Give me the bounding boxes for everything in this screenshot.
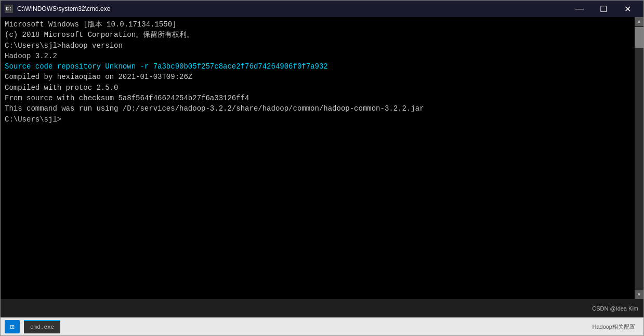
taskbar: ⊞ cmd.exe Hadoop相关配置: [1, 317, 643, 335]
console-area: Microsoft Windows [版本 10.0.17134.1550](c…: [1, 17, 643, 299]
app-icon: C:: [5, 5, 13, 13]
start-button[interactable]: ⊞: [5, 320, 20, 333]
console-line: C:\Users\sjl>hadoop version: [5, 41, 630, 51]
cmd-window: C: C:\WINDOWS\system32\cmd.exe — ☐ ✕ Mic…: [0, 0, 644, 336]
status-bar: CSDN @Idea Kim: [1, 299, 643, 317]
start-label: ⊞: [10, 324, 15, 330]
console-line: Hadoop 3.2.2: [5, 51, 630, 61]
minimize-button[interactable]: —: [568, 1, 592, 17]
window-title: C:\WINDOWS\system32\cmd.exe: [17, 5, 568, 12]
window-controls: — ☐ ✕: [568, 1, 639, 17]
taskbar-cmd-label: cmd.exe: [30, 324, 54, 330]
maximize-button[interactable]: ☐: [592, 1, 615, 17]
watermark-text: CSDN @Idea Kim: [592, 305, 638, 312]
console-line: This command was run using /D:/services/…: [5, 103, 630, 114]
taskbar-time: Hadoop相关配置: [592, 323, 635, 330]
app-icon-label: C:: [6, 6, 12, 12]
console-line: Microsoft Windows [版本 10.0.17134.1550]: [5, 19, 630, 30]
console-line: Compiled with protoc 2.5.0: [5, 83, 630, 93]
scrollbar[interactable]: ▲ ▼: [635, 17, 643, 299]
console-line: From source with checksum 5a8f564f466242…: [5, 93, 630, 103]
console-line: (c) 2018 Microsoft Corporation。保留所有权利。: [5, 30, 630, 40]
console-output[interactable]: Microsoft Windows [版本 10.0.17134.1550](c…: [1, 17, 635, 299]
console-line: C:\Users\sjl>: [5, 114, 630, 125]
scrollbar-down-button[interactable]: ▼: [635, 290, 643, 299]
console-line: Compiled by hexiaoqiao on 2021-01-03T09:…: [5, 72, 630, 82]
close-button[interactable]: ✕: [615, 1, 639, 17]
console-line: Source code repository Unknown -r 7a3bc9…: [5, 61, 630, 72]
titlebar: C: C:\WINDOWS\system32\cmd.exe — ☐ ✕: [1, 1, 643, 17]
taskbar-cmd-item[interactable]: cmd.exe: [24, 320, 60, 333]
scrollbar-thumb[interactable]: [635, 27, 643, 48]
scrollbar-up-button[interactable]: ▲: [635, 17, 643, 26]
taskbar-clock: Hadoop相关配置: [592, 323, 635, 330]
